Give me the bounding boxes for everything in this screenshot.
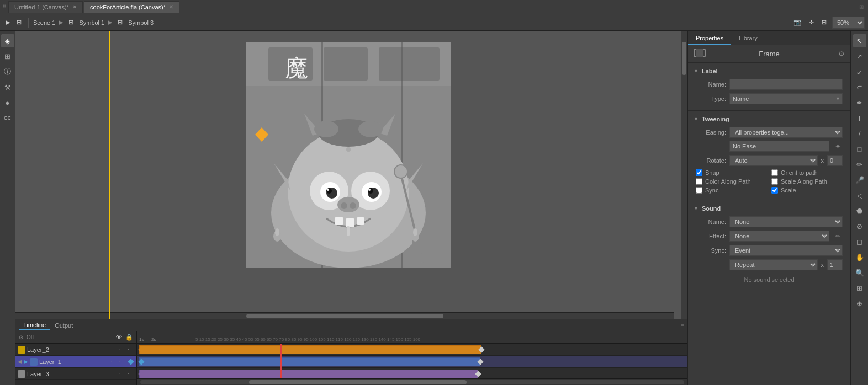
left-icon-panel: ◈ ⊞ ⓘ ⚒ ● CC — [0, 31, 15, 385]
info-btn[interactable]: ⓘ — [1, 65, 14, 78]
breadcrumb-symbol1[interactable]: Symbol 1 — [79, 19, 104, 26]
line-btn[interactable]: / — [853, 127, 866, 140]
rotate-num-input[interactable] — [827, 155, 843, 166]
section-tweening-header[interactable]: ▼ Tweening — [688, 114, 850, 124]
panel-tabs: Properties Library — [688, 31, 850, 45]
select-tool-btn[interactable]: ◈ — [1, 34, 14, 47]
scale-checkbox[interactable] — [771, 187, 778, 194]
eyedropper2-btn[interactable]: ⊘ — [853, 220, 866, 233]
sound-name-select[interactable]: None — [729, 216, 843, 227]
lasso-btn[interactable]: ⊂ — [853, 81, 866, 94]
tab-untitled-close[interactable]: ✕ — [72, 4, 77, 10]
tab-expand-btn[interactable]: ⊞ — [859, 4, 864, 10]
color-along-path-checkbox[interactable] — [696, 178, 702, 185]
easing-select[interactable]: All properties toge... Individual proper… — [729, 127, 843, 138]
scene-icon[interactable]: ▶ — [3, 18, 12, 27]
noease-eyedropper-btn[interactable]: ✦ — [833, 141, 843, 151]
track-layer2 — [137, 344, 687, 356]
canvas-vscroll-thumb[interactable] — [682, 42, 686, 75]
sound-sync-select[interactable]: Event Start Stop Stream — [729, 245, 843, 256]
tab-output[interactable]: Output — [50, 321, 77, 330]
zoom-btn[interactable]: 🔍 — [853, 266, 866, 279]
transform-btn[interactable]: ✛ — [807, 18, 816, 27]
ink-btn[interactable]: ◁ — [853, 189, 866, 202]
layer-row-layer1[interactable]: ◀ ▶ Layer_1 · · — [15, 356, 136, 368]
subselect-btn[interactable]: ↙ — [853, 65, 866, 78]
label-type-select[interactable]: Name Comment Anchor — [729, 93, 843, 104]
timeline-ruler: 1s 2s 5 10 15 20 25 30 35 40 45 50 55 60… — [137, 331, 687, 344]
grid-tool-btn[interactable]: ⊞ — [1, 50, 14, 63]
tab-untitled[interactable]: Untitled-1 (Canvas)* ✕ — [8, 1, 83, 13]
sound-effect-edit-btn[interactable]: ✏ — [833, 231, 843, 241]
camera-btn[interactable]: 📷 — [791, 18, 803, 27]
section-sound-header[interactable]: ▼ Sound — [688, 204, 850, 213]
canvas-hscroll-thumb[interactable] — [246, 314, 444, 318]
svg-point-22 — [368, 188, 373, 194]
canvas-vscroll[interactable] — [681, 31, 687, 319]
sound-repeat-count-input[interactable] — [827, 259, 843, 270]
symbol3-icon[interactable]: ⊞ — [115, 18, 125, 27]
layer3-eye-btn[interactable]: · — [119, 371, 126, 377]
layer-row-layer3[interactable]: Layer_3 · · — [15, 368, 136, 380]
tools-btn[interactable]: ⚒ — [1, 81, 14, 94]
section-sound: ▼ Sound Name: None ▼ Effect: — [688, 200, 850, 290]
transform2-btn[interactable]: ⊞ — [819, 18, 829, 27]
pen-btn[interactable]: ✒ — [853, 96, 866, 109]
layer-row-layer2[interactable]: Layer_2 · · — [15, 344, 136, 356]
paint-btn[interactable]: ● — [1, 96, 14, 109]
sync-checkbox[interactable] — [696, 187, 702, 194]
rotate-x-label: x — [821, 157, 824, 164]
pencil2-btn[interactable]: ✏ — [853, 158, 866, 171]
rotate-select[interactable]: Auto None CW CCW — [729, 155, 818, 166]
hand-btn[interactable]: ✋ — [853, 250, 866, 264]
paint-bucket-btn[interactable]: ⬟ — [853, 204, 866, 217]
layer2-eye-btn[interactable]: · — [119, 346, 126, 353]
scene-options[interactable]: ⊞ — [14, 18, 24, 27]
tab-properties[interactable]: Properties — [688, 33, 731, 45]
timeline-options-btn[interactable]: ≡ — [681, 322, 684, 329]
rectangle-btn[interactable]: □ — [853, 142, 866, 156]
tab-timeline[interactable]: Timeline — [19, 320, 50, 330]
noease-input[interactable]: No Ease — [729, 141, 829, 152]
eraser-btn[interactable]: ◻ — [853, 235, 866, 248]
timeline-hscroll-thumb[interactable] — [249, 380, 467, 384]
sound-name-select-wrap: None ▼ — [729, 216, 843, 227]
brush-btn[interactable]: 🎤 — [853, 173, 866, 186]
layer1-controls: · · — [111, 359, 134, 365]
layer1-lock-btn[interactable]: · — [119, 359, 126, 365]
layer3-controls: · · — [119, 371, 134, 377]
text-btn[interactable]: T — [853, 111, 866, 125]
panel-settings-btn[interactable]: ⚙ — [838, 50, 845, 58]
breadcrumb-scene[interactable]: Scene 1 — [33, 19, 55, 26]
label-type-row: Type: Name Comment Anchor ▼ — [688, 92, 850, 106]
section-label-header[interactable]: ▼ Label — [688, 66, 850, 76]
select-tool-btn2[interactable]: ↗ — [853, 50, 866, 63]
breadcrumb-symbol3[interactable]: Symbol 3 — [128, 19, 154, 26]
zoom-select[interactable]: 50% 25% 75% 100% — [832, 17, 865, 29]
timeline-lock-icon[interactable]: 🔒 — [125, 334, 133, 341]
symbol1-icon[interactable]: ⊞ — [66, 18, 76, 27]
camera2-btn[interactable]: ⊕ — [853, 297, 866, 310]
svg-rect-3 — [324, 47, 368, 81]
timeline-area: Timeline Output ≡ ⊘ Off 👁 🔒 — [15, 319, 687, 385]
tab-cook[interactable]: cookForArticle.fla (Canvas)* ✕ — [84, 1, 179, 13]
playhead-line — [109, 31, 110, 319]
layer3-lock-btn[interactable]: · — [128, 371, 134, 377]
transform3-btn[interactable]: ⊞ — [853, 281, 866, 295]
sound-effect-select[interactable]: None Left Channel Right Channel — [729, 231, 829, 242]
orient-checkbox[interactable] — [771, 169, 778, 176]
label-name-input[interactable] — [729, 79, 843, 90]
timeline-eye-icon[interactable]: 👁 — [116, 334, 122, 341]
cc-btn[interactable]: CC — [1, 111, 14, 125]
svg-point-27 — [350, 202, 356, 209]
snap-checkbox[interactable] — [696, 169, 702, 176]
tab-library[interactable]: Library — [731, 33, 765, 45]
layer2-lock-btn[interactable]: · — [128, 346, 134, 353]
canvas-hscroll[interactable] — [15, 312, 674, 319]
tab-cook-close[interactable]: ✕ — [169, 4, 173, 10]
layer1-eye-btn[interactable]: · — [111, 359, 118, 365]
arrow-tool-btn[interactable]: ↖ — [853, 34, 866, 47]
sound-repeat-select[interactable]: Repeat Loop — [729, 259, 818, 270]
scale-along-path-checkbox[interactable] — [771, 178, 778, 185]
timeline-hscroll[interactable] — [137, 378, 687, 385]
